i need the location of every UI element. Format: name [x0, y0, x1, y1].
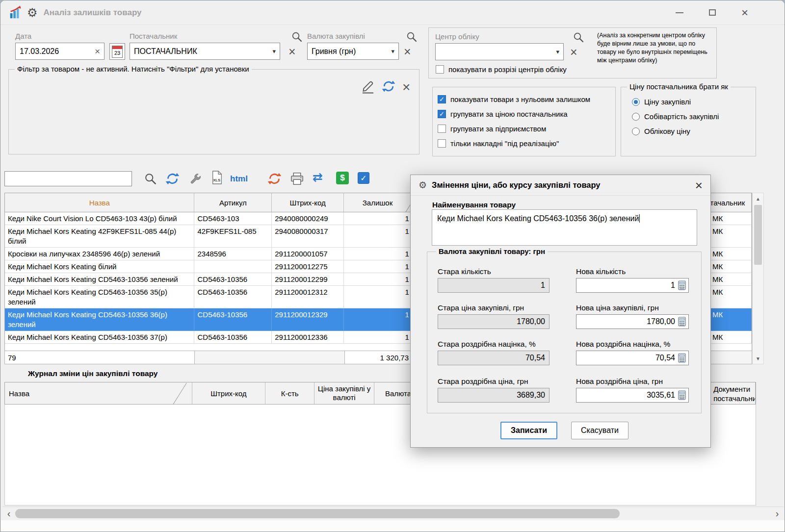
old-qty-label: Стара кількість — [438, 267, 491, 276]
accounting-price-radio[interactable] — [632, 127, 640, 135]
price-tag-button[interactable]: $ — [336, 172, 349, 184]
currency-search-icon[interactable] — [406, 31, 418, 43]
minimize-button[interactable] — [676, 12, 683, 13]
dollar-icon: $ — [336, 172, 349, 184]
scroll-up-button[interactable]: ▲ — [753, 193, 763, 204]
cost-price-radio[interactable] — [632, 113, 640, 121]
cell-name: Кеди Michael Kors Keating CD5463-10356 3… — [5, 331, 194, 344]
old-markup-field: 70,54 — [438, 351, 550, 365]
reload-prices-button[interactable] — [267, 172, 282, 186]
column-header-qty[interactable]: Залишок — [344, 193, 412, 212]
journal-column-name[interactable]: Назва — [5, 382, 192, 404]
accounting-center-group: Центр обліку ▾ × (Аналіз за конкретним ц… — [428, 27, 717, 78]
column-header-barcode[interactable]: Штрих-код — [272, 193, 344, 212]
center-combo[interactable]: ▾ — [435, 43, 564, 60]
currency-combo[interactable]: Гривня (грн) ▾ — [307, 43, 399, 60]
select-mode-button[interactable]: ✓ — [358, 172, 369, 184]
footer-qty-total: 1 320,73 — [344, 351, 412, 364]
cell-qty: 1 — [344, 212, 412, 225]
supplier-dropdown-icon[interactable]: ▾ — [272, 48, 276, 54]
scroll-left-button[interactable]: ‹ — [2, 507, 15, 520]
bottom-strip — [1, 520, 785, 532]
settings-tools-button[interactable] — [189, 172, 202, 185]
group-by-price-checkbox[interactable]: ✓ — [438, 110, 446, 118]
cell-qty: 1 — [344, 248, 412, 260]
radio-purchase-price[interactable]: Ціну закупівлі — [632, 98, 691, 106]
center-dropdown-icon[interactable]: ▾ — [556, 49, 559, 55]
export-html-button[interactable]: html — [230, 174, 248, 184]
save-button[interactable]: Записати — [500, 422, 557, 439]
new-retail-field[interactable]: 3035,61 — [576, 388, 689, 403]
xls-label: XLS — [213, 178, 220, 182]
filter-refresh-button[interactable] — [382, 79, 395, 93]
supplier-combo[interactable]: ПОСТАЧАЛЬНИК ▾ — [130, 43, 280, 60]
supplier-clear-button[interactable]: × — [288, 46, 296, 58]
table-search-input[interactable] — [4, 171, 132, 186]
price-source-group: Ціну постачальника брати як Ціну закупів… — [621, 87, 756, 156]
option-consignment-only[interactable]: ✓ тільки накладні "під реалізацію" — [438, 139, 559, 148]
supplier-search-icon[interactable] — [291, 31, 303, 43]
cancel-button[interactable]: Скасувати — [571, 422, 628, 439]
vscroll-thumb[interactable] — [754, 205, 762, 265]
center-note: (Аналіз за конкретним центром обліку буд… — [597, 31, 714, 65]
center-split-checkbox[interactable]: ✓ — [436, 65, 444, 74]
center-clear-button[interactable]: × — [570, 46, 577, 58]
price-source-title: Ціну постачальника брати як — [627, 82, 731, 91]
option-group-by-price[interactable]: ✓ групувати за ціною постачальника — [438, 110, 568, 118]
cell-article: 42F9KEFS1L-085 — [194, 225, 272, 248]
settings-gear-icon[interactable]: ⚙ — [27, 7, 38, 19]
new-markup-field[interactable]: 70,54 — [576, 351, 689, 365]
calculator-icon[interactable] — [678, 390, 686, 400]
currency-clear-button[interactable]: × — [404, 46, 411, 58]
search-icon — [144, 172, 157, 185]
dialog-close-button[interactable]: × — [695, 179, 703, 192]
cell-article: CD5463-10356 — [194, 286, 272, 308]
filter-clear-button[interactable]: × — [402, 80, 410, 94]
calendar-button[interactable]: 23 — [109, 43, 125, 60]
column-header-name[interactable]: Назва — [5, 193, 194, 212]
maximize-button[interactable] — [709, 9, 716, 16]
transfer-button[interactable]: ⇄ — [313, 171, 323, 183]
radio-cost-price[interactable]: Собівартість закупівлі — [632, 112, 719, 121]
new-qty-field[interactable]: 1 — [576, 278, 689, 293]
currency-dropdown-icon[interactable]: ▾ — [391, 48, 394, 54]
calculator-icon[interactable] — [678, 353, 686, 363]
currency-value: Гривня (грн) — [312, 47, 356, 56]
center-search-icon[interactable] — [573, 31, 584, 43]
product-name-textarea[interactable]: Кеди Michael Kors Keating CD5463-10356 3… — [432, 209, 697, 246]
purchase-price-radio[interactable] — [632, 98, 640, 106]
option-group-by-company[interactable]: ✓ групувати за підприємством — [438, 125, 546, 133]
date-clear-icon[interactable]: × — [95, 47, 100, 56]
cell-name: Кеди Nike Court Vision Lo CD5463-103 43(… — [5, 212, 194, 225]
export-xls-button[interactable]: XLS — [211, 170, 223, 185]
calculator-icon[interactable] — [678, 317, 686, 327]
radio-accounting-price[interactable]: Облікову ціну — [632, 127, 690, 135]
group-by-company-checkbox[interactable]: ✓ — [438, 125, 446, 133]
new-price-value: 1780,00 — [580, 317, 678, 326]
center-split-option[interactable]: ✓ показувати в розрізі центрів обліку — [436, 65, 567, 74]
print-button[interactable] — [290, 172, 304, 186]
cell-article: CD5463-10356 — [194, 308, 272, 331]
search-button[interactable] — [144, 172, 157, 185]
journal-column-price[interactable]: Ціна закупівлі у валюті — [314, 382, 374, 404]
option-zero-stock[interactable]: ✓ показувати товари з нульовим залишком — [438, 95, 590, 103]
refresh-table-button[interactable] — [165, 172, 180, 186]
hscroll-thumb[interactable] — [15, 509, 620, 518]
scroll-right-button[interactable]: › — [771, 507, 784, 520]
consignment-only-checkbox[interactable]: ✓ — [438, 139, 446, 148]
new-price-field[interactable]: 1780,00 — [576, 314, 689, 329]
close-button[interactable]: × — [741, 7, 748, 19]
journal-column-barcode[interactable]: Штрих-код — [192, 382, 266, 404]
calendar-day: 23 — [112, 49, 122, 57]
zero-stock-checkbox[interactable]: ✓ — [438, 95, 446, 103]
maximize-icon — [709, 9, 716, 16]
scroll-down-button[interactable]: ▼ — [753, 353, 763, 364]
column-header-article[interactable]: Артикул — [194, 193, 272, 212]
cell-name: Кеди Michael Kors Keating CD5463-10356 з… — [5, 273, 194, 286]
refresh-icon — [382, 79, 395, 93]
journal-column-qty[interactable]: К-сть — [265, 382, 314, 404]
filter-edit-button[interactable] — [360, 78, 376, 94]
date-input[interactable]: 17.03.2026 × — [15, 43, 105, 60]
calculator-icon[interactable] — [678, 280, 686, 290]
journal-column-documents[interactable]: Документи постачальника — [706, 382, 756, 404]
